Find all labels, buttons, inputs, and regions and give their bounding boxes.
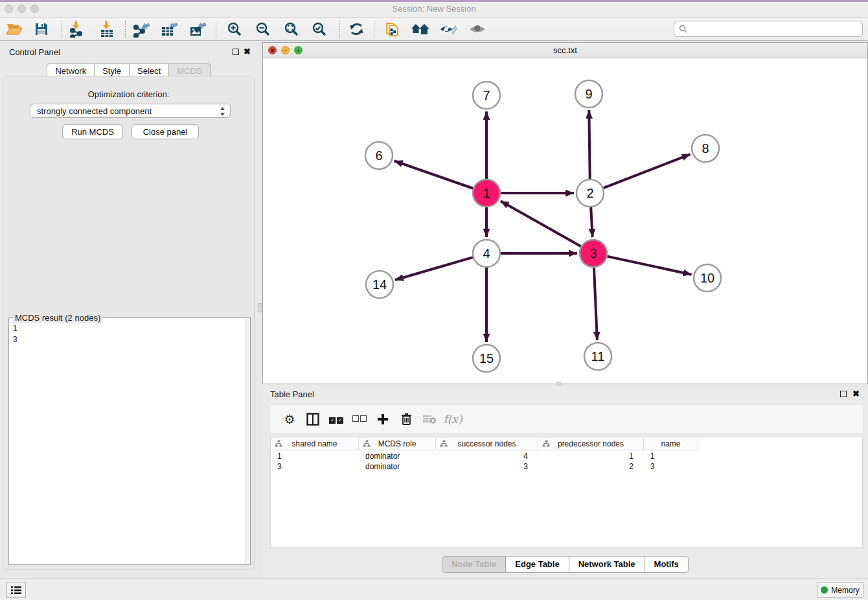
control-panel-header: Control Panel ✖ bbox=[0, 42, 257, 60]
edge-2-9[interactable] bbox=[589, 110, 589, 179]
zoom-fit-button[interactable] bbox=[281, 19, 302, 39]
clone-network-button[interactable] bbox=[382, 19, 402, 39]
table-row[interactable]: 1dominator411 bbox=[271, 451, 698, 461]
export-network-button[interactable] bbox=[131, 19, 152, 39]
edge-2-3[interactable] bbox=[591, 207, 592, 237]
deselect-all-columns-button[interactable] bbox=[348, 410, 371, 429]
zoom-selected-button[interactable] bbox=[309, 19, 330, 39]
column-header-predecessor-nodes[interactable]: predecessor nodes bbox=[538, 437, 644, 450]
cell[interactable]: dominator bbox=[359, 451, 436, 461]
chevron-updown-icon bbox=[220, 106, 225, 117]
cell[interactable]: 1 bbox=[538, 451, 644, 461]
export-table-button[interactable] bbox=[159, 19, 180, 39]
node-9[interactable]: 9 bbox=[575, 80, 602, 108]
column-header-name[interactable]: name bbox=[644, 437, 698, 450]
node-3[interactable]: 3 bbox=[580, 240, 607, 267]
tab-edge-table[interactable]: Edge Table bbox=[506, 556, 569, 573]
network-canvas[interactable]: 7968124314101511 bbox=[263, 58, 867, 384]
houses-icon bbox=[411, 22, 430, 36]
window-title: Session: New Session bbox=[0, 4, 868, 14]
network-window-titlebar[interactable]: ✖ – + scc.txt bbox=[263, 43, 867, 58]
tab-motifs[interactable]: Motifs bbox=[645, 556, 689, 573]
add-column-button[interactable] bbox=[371, 410, 394, 429]
node-8[interactable]: 8 bbox=[692, 135, 719, 162]
hide-selected-button[interactable] bbox=[438, 19, 459, 39]
cell[interactable]: 4 bbox=[436, 451, 538, 461]
home-button[interactable] bbox=[410, 19, 431, 39]
search-input[interactable] bbox=[690, 22, 862, 36]
close-panel-icon[interactable]: ✖ bbox=[852, 389, 860, 398]
zoom-selected-icon bbox=[312, 21, 327, 37]
zoom-in-button[interactable] bbox=[224, 19, 245, 39]
network-window-title: scc.txt bbox=[263, 45, 867, 55]
zoom-out-button[interactable] bbox=[253, 19, 273, 39]
delete-table-button[interactable] bbox=[418, 410, 441, 429]
main-toolbar bbox=[0, 17, 868, 41]
table-row[interactable]: 3dominator323 bbox=[271, 461, 698, 472]
toolbar-separator bbox=[62, 21, 62, 38]
cell[interactable]: 1 bbox=[271, 451, 359, 461]
cell[interactable]: 3 bbox=[644, 461, 698, 472]
cell[interactable]: 2 bbox=[538, 461, 644, 472]
svg-text:14: 14 bbox=[372, 277, 387, 292]
cell[interactable]: dominator bbox=[359, 461, 436, 472]
node-6[interactable]: 6 bbox=[365, 142, 393, 169]
svg-text:4: 4 bbox=[483, 246, 490, 260]
hierarchy-icon bbox=[363, 440, 371, 448]
cell[interactable]: 3 bbox=[271, 461, 359, 472]
open-session-button[interactable] bbox=[4, 19, 25, 39]
edge-3-10[interactable] bbox=[608, 257, 692, 275]
node-10[interactable]: 10 bbox=[694, 264, 721, 292]
zoom-fit-icon bbox=[284, 21, 299, 37]
save-session-button[interactable] bbox=[31, 19, 52, 39]
refresh-layout-button[interactable] bbox=[346, 19, 367, 39]
node-14[interactable]: 14 bbox=[366, 271, 393, 298]
table-header-row: shared nameMCDS rolesuccessor nodesprede… bbox=[271, 437, 698, 450]
import-network-icon bbox=[68, 21, 85, 38]
float-panel-icon[interactable] bbox=[233, 49, 239, 55]
show-all-button[interactable] bbox=[467, 19, 488, 39]
svg-text:1: 1 bbox=[483, 186, 490, 200]
vertical-splitter-handle[interactable] bbox=[258, 303, 262, 312]
column-header-successor-nodes[interactable]: successor nodes bbox=[436, 437, 538, 450]
node-4[interactable]: 4 bbox=[473, 240, 500, 267]
edge-2-8[interactable] bbox=[604, 154, 691, 188]
table-settings-button[interactable]: ⚙ bbox=[278, 410, 301, 429]
column-header-shared-name[interactable]: shared name bbox=[271, 437, 359, 450]
edge-4-14[interactable] bbox=[395, 257, 473, 280]
close-panel-icon[interactable]: ✖ bbox=[244, 47, 251, 56]
node-11[interactable]: 11 bbox=[584, 343, 611, 370]
memory-button[interactable]: Memory bbox=[817, 582, 863, 598]
svg-text:3: 3 bbox=[589, 246, 597, 260]
titlebar-accent-strip bbox=[0, 0, 868, 2]
criterion-dropdown[interactable]: strongly connected component bbox=[30, 104, 231, 118]
memory-label: Memory bbox=[831, 586, 859, 595]
import-network-button[interactable] bbox=[66, 19, 87, 39]
cell[interactable]: 1 bbox=[644, 451, 698, 461]
result-scrollbar[interactable] bbox=[245, 319, 249, 564]
import-table-button[interactable] bbox=[97, 19, 117, 39]
edge-1-6[interactable] bbox=[394, 161, 474, 188]
tab-network-table[interactable]: Network Table bbox=[569, 556, 645, 573]
toolbar-separator bbox=[339, 21, 340, 38]
tab-node-table[interactable]: Node Table bbox=[442, 556, 506, 573]
edge-3-1[interactable] bbox=[501, 201, 581, 246]
node-7[interactable]: 7 bbox=[473, 82, 500, 109]
column-header-MCDS-role[interactable]: MCDS role bbox=[359, 437, 436, 450]
node-1[interactable]: 1 bbox=[473, 179, 500, 207]
edge-3-11[interactable] bbox=[594, 268, 597, 340]
column-layout-button[interactable] bbox=[301, 410, 325, 429]
float-panel-icon[interactable] bbox=[840, 391, 847, 397]
function-builder-button[interactable]: f(x) bbox=[441, 410, 464, 429]
run-mcds-button[interactable]: Run MCDS bbox=[62, 124, 123, 139]
svg-text:2: 2 bbox=[586, 186, 593, 200]
export-image-button[interactable] bbox=[188, 19, 209, 39]
delete-column-button[interactable] bbox=[394, 410, 418, 429]
table-panel-title: Table Panel bbox=[270, 389, 314, 399]
cell[interactable]: 3 bbox=[436, 461, 538, 472]
task-history-button[interactable] bbox=[6, 582, 26, 598]
node-2[interactable]: 2 bbox=[577, 179, 604, 207]
node-15[interactable]: 15 bbox=[473, 345, 500, 372]
select-all-columns-button[interactable]: ✓✓ bbox=[325, 410, 348, 429]
close-panel-button[interactable]: Close panel bbox=[131, 124, 199, 139]
